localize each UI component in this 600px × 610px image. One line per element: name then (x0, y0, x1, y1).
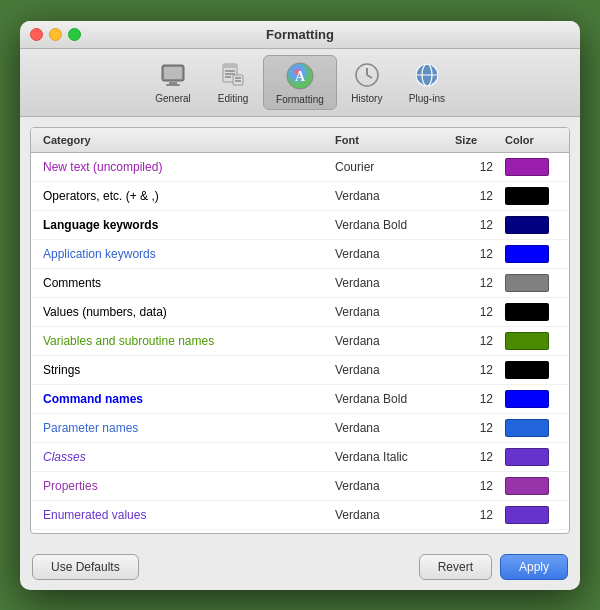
main-window: Formatting General (20, 21, 580, 590)
table-row[interactable]: StringsVerdana12 (31, 356, 569, 385)
header-font: Font (331, 132, 451, 148)
color-swatch[interactable] (505, 274, 549, 292)
category-cell: Language keywords (39, 216, 331, 234)
table-row[interactable]: Parameter namesVerdana12 (31, 414, 569, 443)
general-icon (157, 59, 189, 91)
table-row[interactable]: Values (numbers, data)Verdana12 (31, 298, 569, 327)
size-cell: 12 (451, 390, 501, 408)
toolbar-item-formatting[interactable]: A Formatting (263, 55, 337, 110)
footer: Use Defaults Revert Apply (20, 544, 580, 590)
font-cell: Verdana (331, 477, 451, 495)
table-row[interactable]: Application keywordsVerdana12 (31, 240, 569, 269)
svg-rect-3 (166, 84, 180, 86)
color-cell (501, 475, 561, 497)
svg-rect-1 (164, 67, 182, 79)
apply-button[interactable]: Apply (500, 554, 568, 580)
traffic-lights (30, 28, 81, 41)
svg-text:A: A (295, 69, 306, 84)
font-cell: Verdana Bold (331, 216, 451, 234)
table-row[interactable]: Variables and subroutine namesVerdana12 (31, 327, 569, 356)
color-cell (501, 243, 561, 265)
table-row[interactable]: Language keywordsVerdana Bold12 (31, 211, 569, 240)
size-cell: 12 (451, 361, 501, 379)
font-cell: Verdana (331, 274, 451, 292)
size-cell: 12 (451, 187, 501, 205)
color-swatch[interactable] (505, 158, 549, 176)
use-defaults-button[interactable]: Use Defaults (32, 554, 139, 580)
size-cell: 12 (451, 245, 501, 263)
size-cell: 12 (451, 216, 501, 234)
title-bar: Formatting (20, 21, 580, 49)
close-button[interactable] (30, 28, 43, 41)
font-cell: Verdana (331, 303, 451, 321)
size-cell: 12 (451, 477, 501, 495)
history-icon (351, 59, 383, 91)
color-cell (501, 388, 561, 410)
table-row[interactable]: ClassesVerdana Italic12 (31, 443, 569, 472)
font-cell: Courier (331, 158, 451, 176)
font-cell: Verdana Italic (331, 448, 451, 466)
color-swatch[interactable] (505, 332, 549, 350)
table-row[interactable]: PropertiesVerdana12 (31, 472, 569, 501)
size-cell: 12 (451, 419, 501, 437)
category-cell: Values (numbers, data) (39, 303, 331, 321)
editing-icon (217, 59, 249, 91)
table-body: New text (uncompiled)Courier12Operators,… (31, 153, 569, 533)
font-cell: Verdana (331, 361, 451, 379)
category-cell: Application keywords (39, 245, 331, 263)
toolbar-item-editing[interactable]: Editing (203, 55, 263, 110)
size-cell: 12 (451, 448, 501, 466)
toolbar-editing-label: Editing (218, 93, 249, 104)
color-swatch[interactable] (505, 477, 549, 495)
color-cell (501, 272, 561, 294)
table-row[interactable]: Command namesVerdana Bold12 (31, 385, 569, 414)
color-swatch[interactable] (505, 245, 549, 263)
category-cell: Comments (39, 274, 331, 292)
table-row[interactable]: New text (uncompiled)Courier12 (31, 153, 569, 182)
category-cell: New text (uncompiled) (39, 158, 331, 176)
color-swatch[interactable] (505, 419, 549, 437)
color-swatch[interactable] (505, 216, 549, 234)
color-cell (501, 417, 561, 439)
size-cell: 12 (451, 303, 501, 321)
color-cell (501, 504, 561, 526)
color-swatch[interactable] (505, 390, 549, 408)
header-color: Color (501, 132, 561, 148)
minimize-button[interactable] (49, 28, 62, 41)
color-cell (501, 301, 561, 323)
window-title: Formatting (266, 27, 334, 42)
header-category: Category (39, 132, 331, 148)
font-cell: Verdana (331, 187, 451, 205)
toolbar-item-general[interactable]: General (143, 55, 203, 110)
color-cell (501, 156, 561, 178)
formatting-icon: A (284, 60, 316, 92)
color-swatch[interactable] (505, 303, 549, 321)
color-swatch[interactable] (505, 361, 549, 379)
svg-line-16 (367, 75, 372, 78)
table-row[interactable]: Operators, etc. (+ & ,)Verdana12 (31, 182, 569, 211)
formatting-table: Category Font Size Color New text (uncom… (30, 127, 570, 534)
table-row[interactable]: CommentsVerdana12 (31, 269, 569, 298)
table-row[interactable]: Addition command namesVerdana Bold12 (31, 530, 569, 533)
category-cell: Operators, etc. (+ & ,) (39, 187, 331, 205)
color-cell (501, 359, 561, 381)
toolbar-item-history[interactable]: History (337, 55, 397, 110)
category-cell: Parameter names (39, 419, 331, 437)
color-swatch[interactable] (505, 187, 549, 205)
header-size: Size (451, 132, 501, 148)
font-cell: Verdana (331, 332, 451, 350)
toolbar-item-plugins[interactable]: Plug-ins (397, 55, 457, 110)
category-cell: Enumerated values (39, 506, 331, 524)
category-cell: Properties (39, 477, 331, 495)
color-swatch[interactable] (505, 506, 549, 524)
maximize-button[interactable] (68, 28, 81, 41)
font-cell: Verdana (331, 245, 451, 263)
color-swatch[interactable] (505, 448, 549, 466)
footer-right-buttons: Revert Apply (419, 554, 568, 580)
plugins-icon (411, 59, 443, 91)
revert-button[interactable]: Revert (419, 554, 492, 580)
size-cell: 12 (451, 274, 501, 292)
category-cell: Variables and subroutine names (39, 332, 331, 350)
table-row[interactable]: Enumerated valuesVerdana12 (31, 501, 569, 530)
color-cell (501, 446, 561, 468)
